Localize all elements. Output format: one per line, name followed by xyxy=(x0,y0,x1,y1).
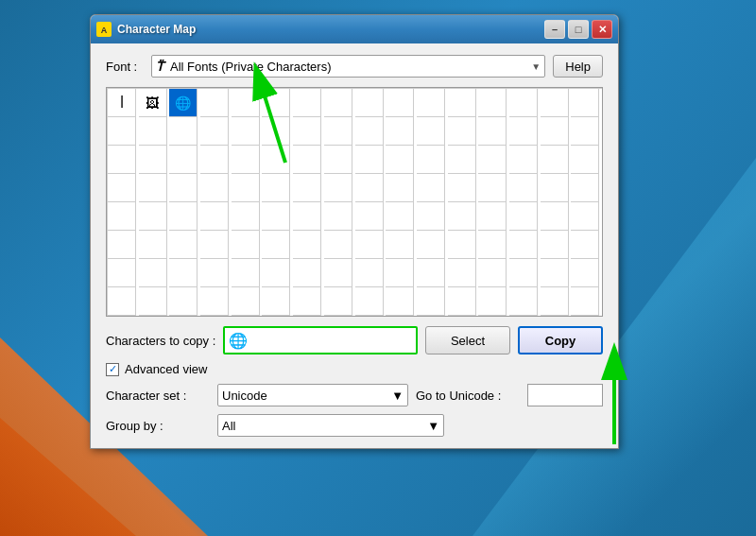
char-cell[interactable] xyxy=(417,89,445,117)
char-cell[interactable] xyxy=(169,202,198,231)
char-cell[interactable] xyxy=(541,231,569,259)
char-cell[interactable] xyxy=(509,117,538,146)
char-cell[interactable] xyxy=(293,89,321,117)
char-cell[interactable] xyxy=(448,202,476,231)
char-cell[interactable] xyxy=(293,259,321,287)
char-cell[interactable] xyxy=(478,202,507,231)
char-cell[interactable] xyxy=(386,259,414,287)
char-cell[interactable] xyxy=(417,202,445,231)
char-cell[interactable] xyxy=(386,89,414,117)
font-dropdown[interactable]: T̈ All Fonts (Private Characters) ▼ xyxy=(151,55,545,78)
char-cell[interactable] xyxy=(139,146,167,174)
char-cell[interactable]: 🖼 xyxy=(139,89,167,117)
char-cell[interactable] xyxy=(355,202,384,231)
char-cell[interactable] xyxy=(139,231,167,259)
char-cell[interactable] xyxy=(169,146,198,174)
char-cell[interactable] xyxy=(169,174,198,202)
char-cell[interactable] xyxy=(509,231,538,259)
char-cell[interactable] xyxy=(478,89,507,117)
char-cell[interactable] xyxy=(478,259,507,287)
char-cell[interactable] xyxy=(139,202,167,231)
char-cell[interactable] xyxy=(448,146,476,174)
char-cell[interactable] xyxy=(293,287,321,316)
char-cell[interactable] xyxy=(293,174,321,202)
char-cell[interactable] xyxy=(139,287,167,316)
char-cell[interactable] xyxy=(448,287,476,316)
group-by-dropdown[interactable]: All ▼ xyxy=(217,414,444,437)
char-cell[interactable] xyxy=(232,146,260,174)
char-cell[interactable] xyxy=(386,202,414,231)
char-cell[interactable] xyxy=(386,287,414,316)
char-cell[interactable] xyxy=(200,174,229,202)
char-cell[interactable] xyxy=(169,231,198,259)
char-cell[interactable] xyxy=(417,174,445,202)
char-cell[interactable] xyxy=(448,174,476,202)
char-cell[interactable] xyxy=(541,259,569,287)
char-cell[interactable] xyxy=(386,174,414,202)
char-cell[interactable] xyxy=(200,259,229,287)
char-cell[interactable] xyxy=(541,287,569,316)
chars-to-copy-input[interactable]: 🌐 xyxy=(223,326,418,354)
char-cell[interactable] xyxy=(262,174,290,202)
char-cell[interactable] xyxy=(262,202,290,231)
advanced-view-checkbox[interactable]: ✓ xyxy=(106,363,119,376)
char-cell[interactable] xyxy=(293,231,321,259)
char-cell[interactable] xyxy=(262,259,290,287)
char-cell[interactable] xyxy=(509,259,538,287)
char-cell[interactable] xyxy=(571,146,599,174)
char-cell[interactable] xyxy=(324,287,352,316)
char-cell[interactable] xyxy=(571,89,599,117)
char-cell[interactable] xyxy=(386,117,414,146)
char-cell[interactable] xyxy=(571,231,599,259)
char-cell[interactable] xyxy=(478,287,507,316)
char-cell[interactable] xyxy=(108,231,136,259)
char-cell[interactable] xyxy=(200,231,229,259)
char-cell[interactable] xyxy=(232,202,260,231)
char-cell[interactable] xyxy=(417,146,445,174)
char-cell[interactable] xyxy=(293,117,321,146)
char-cell[interactable] xyxy=(324,89,352,117)
char-cell[interactable] xyxy=(108,202,136,231)
char-cell[interactable] xyxy=(200,117,229,146)
char-cell[interactable] xyxy=(200,287,229,316)
char-cell[interactable] xyxy=(417,259,445,287)
char-cell[interactable] xyxy=(108,174,136,202)
char-cell[interactable] xyxy=(541,202,569,231)
char-cell[interactable] xyxy=(324,174,352,202)
char-cell[interactable] xyxy=(293,146,321,174)
char-cell[interactable] xyxy=(509,146,538,174)
char-cell[interactable] xyxy=(108,146,136,174)
char-cell[interactable] xyxy=(262,287,290,316)
char-cell[interactable] xyxy=(448,117,476,146)
char-cell[interactable] xyxy=(386,146,414,174)
char-cell[interactable] xyxy=(478,174,507,202)
char-cell[interactable] xyxy=(108,117,136,146)
char-cell[interactable] xyxy=(509,287,538,316)
char-cell[interactable] xyxy=(478,146,507,174)
char-cell[interactable] xyxy=(108,259,136,287)
char-cell[interactable] xyxy=(417,231,445,259)
char-cell[interactable] xyxy=(478,231,507,259)
help-button[interactable]: Help xyxy=(553,55,603,78)
char-cell[interactable] xyxy=(509,174,538,202)
goto-unicode-input[interactable] xyxy=(527,384,603,406)
char-cell[interactable] xyxy=(324,146,352,174)
maximize-button[interactable]: □ xyxy=(568,20,589,39)
char-cell[interactable] xyxy=(200,89,229,117)
char-cell[interactable] xyxy=(200,146,229,174)
char-cell[interactable] xyxy=(169,117,198,146)
char-cell[interactable] xyxy=(262,146,290,174)
char-cell[interactable] xyxy=(139,259,167,287)
char-cell[interactable] xyxy=(417,117,445,146)
select-button[interactable]: Select xyxy=(425,326,510,354)
char-cell[interactable] xyxy=(232,89,260,117)
char-cell[interactable] xyxy=(448,231,476,259)
char-cell[interactable] xyxy=(355,174,384,202)
char-cell[interactable] xyxy=(355,117,384,146)
char-cell[interactable] xyxy=(139,174,167,202)
char-cell[interactable] xyxy=(541,146,569,174)
char-cell[interactable] xyxy=(232,174,260,202)
char-cell[interactable] xyxy=(541,174,569,202)
char-cell[interactable] xyxy=(139,117,167,146)
char-cell[interactable] xyxy=(232,117,260,146)
